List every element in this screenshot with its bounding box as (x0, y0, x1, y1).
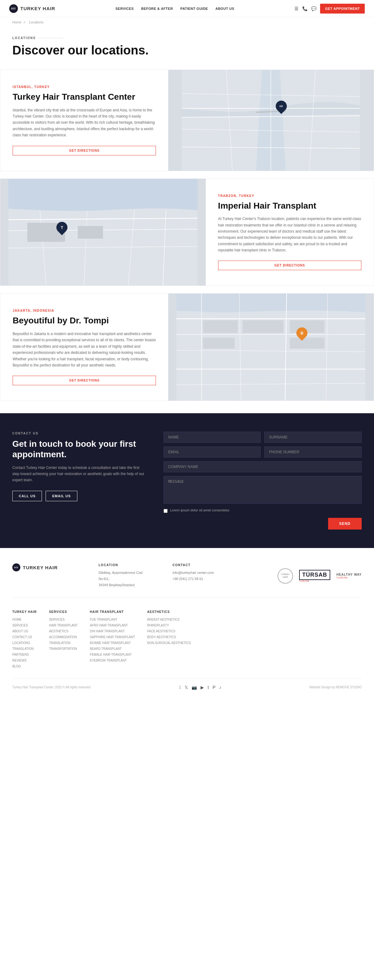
youtube-icon[interactable]: ▶ (201, 685, 204, 690)
phone-input[interactable] (264, 447, 362, 458)
nav-icons: ☰ 📞 💬 GET APPOINTMENT (294, 4, 365, 14)
footer-ht-female[interactable]: FEMALE HAIR TRANSPLANT (90, 652, 135, 657)
location-map-istanbul: nir (168, 70, 374, 171)
directions-button-trabzon[interactable]: GET DIRECTIONS (218, 261, 361, 270)
footer-location-col: LOCATION Dikilitaş, Ayazmadenresi Cad No… (99, 563, 154, 588)
location-desc-jakarta: Beyoutiful in Jakarta is a modern and in… (13, 331, 156, 368)
footer-link-reviews[interactable]: REVIEWS (12, 657, 37, 663)
footer-hair-transplant-col: HAIR TRANSPLANT FUE TRANSPLANT AFRO HAIR… (90, 610, 135, 669)
tumblr-icon[interactable]: t (208, 685, 209, 690)
healthy-way-text: HEALTHY WAY (336, 573, 362, 576)
nav-about[interactable]: ABOUT US (215, 7, 234, 10)
instagram-icon[interactable]: 📷 (192, 685, 197, 690)
footer-ht-fue[interactable]: FUE TRANSPLANT (90, 617, 135, 622)
location-subtitle-istanbul: ISTANBUL, TURKEY (13, 85, 156, 89)
logo[interactable]: nir TURKEY HAIR (9, 4, 55, 13)
footer-svc-hair[interactable]: HAIR TRANSPLANT (49, 622, 78, 628)
form-email-row (164, 447, 362, 458)
form-company-row (164, 461, 362, 472)
tursab-circle-logo: TURKEYHAIR (278, 568, 293, 584)
footer-ae-rhinoplasty[interactable]: RHINOPLASTY (147, 622, 191, 628)
form-message-row (164, 476, 362, 504)
footer-logo-text: TURKEY HAIR (23, 565, 58, 570)
name-input[interactable] (164, 432, 261, 443)
nav-services[interactable]: SERVICES (115, 7, 134, 10)
nav-patient-guide[interactable]: PATIENT GUIDE (180, 7, 208, 10)
footer-copyright: Turkey Hair Transplant Center. 2022 © Al… (12, 686, 91, 689)
page-title: Discover our locations. (12, 43, 362, 57)
name-field (164, 432, 261, 443)
footer-email[interactable]: info@turkeyhair center.com (173, 570, 234, 576)
footer-ae-face[interactable]: FACE AESTHETICS (147, 628, 191, 634)
directions-button-jakarta[interactable]: GET DIRECTIONS (13, 376, 156, 385)
twitter-icon[interactable]: 𝕏 (185, 685, 188, 690)
breadcrumb-home[interactable]: Home (12, 20, 21, 24)
footer-ae-body[interactable]: BODY AESTHETICS (147, 634, 191, 640)
footer-social:  𝕏 📷 ▶ t P ♪ (179, 685, 221, 690)
footer-svc-transportation[interactable]: TRANSPORTATION (49, 646, 78, 652)
send-button[interactable]: SEND (328, 518, 362, 530)
footer-link-about[interactable]: ABOUT US (12, 628, 37, 634)
location-subtitle-trabzon: TRABZON, TURKEY (218, 194, 361, 197)
phone-icon[interactable]: 📞 (302, 6, 307, 11)
footer-address-1: Dikilitaş, Ayazmadenresi Cad No:6/1, (99, 570, 154, 582)
footer-link-services[interactable]: SERVICES (12, 622, 37, 628)
facebook-icon[interactable]:  (179, 685, 181, 690)
location-map-trabzon: T (0, 179, 206, 286)
footer-ht-beard[interactable]: BEARD TRANSPLANT (90, 646, 135, 652)
directions-button-istanbul[interactable]: GET DIRECTIONS (13, 146, 156, 155)
pin-istanbul: nir (276, 100, 287, 112)
svg-rect-32 (243, 320, 284, 333)
navbar: nir TURKEY HAIR SERVICES BEFORE & AFTER … (0, 0, 374, 17)
healthy-way-group: HEALTHY WAY TURİZM (336, 573, 362, 579)
footer-svc-accommodation[interactable]: ACCOMMODATION (49, 634, 78, 640)
breadcrumb-current: Locations (29, 20, 43, 24)
call-button[interactable]: CALL US (12, 491, 42, 501)
location-desc-istanbul: Istanbul, the vibrant city that sits at … (13, 107, 156, 138)
menu-icon[interactable]: ☰ (294, 6, 299, 11)
surname-input[interactable] (264, 432, 362, 443)
footer-link-locations[interactable]: LOCATIONS (12, 640, 37, 646)
location-title-istanbul: Turkey Hair Transplant Center (13, 92, 156, 102)
contact-form: Lorem ipsum dolor sit amet consectetur. … (164, 432, 362, 530)
footer-ht-boabie[interactable]: BOABIE HAIR TRANSPLANT (90, 640, 135, 646)
message-input[interactable] (164, 476, 362, 504)
appointment-button[interactable]: GET APPOINTMENT (320, 4, 365, 14)
phone-field (264, 447, 362, 458)
footer-link-home[interactable]: HOME (12, 617, 37, 622)
footer-ae-nonsurgical[interactable]: NON-SURGICAL AESTHETICS (147, 640, 191, 646)
location-title-trabzon: Imperial Hair Transplant (218, 200, 361, 211)
footer-ht-sapphire[interactable]: SAPPHIRE HAIR TRANSPLANT (90, 634, 135, 640)
tiktok-icon[interactable]: ♪ (219, 685, 221, 690)
footer-svc-translation[interactable]: TRANSLATION (49, 640, 78, 646)
turkey-hair-heading: TURKEY HAIR (12, 610, 37, 614)
footer-ae-breast[interactable]: BREAST AESTHETICS (147, 617, 191, 622)
footer-svc-services[interactable]: SERVICES (49, 617, 78, 622)
form-checkbox: Lorem ipsum dolor sit amet consectetur. (164, 508, 362, 513)
company-input[interactable] (164, 461, 362, 472)
footer-link-blog[interactable]: BLOG (12, 663, 37, 669)
footer-link-partners[interactable]: PARTNERS (12, 652, 37, 657)
checkbox-label: Lorem ipsum dolor sit amet consectetur. (170, 508, 230, 512)
footer-link-translation[interactable]: TRANSLATION (12, 646, 37, 652)
footer-services-col: SERVICES SERVICES HAIR TRANSPLANT AESTHE… (49, 610, 78, 669)
footer-svc-aesthetics[interactable]: AESTHETICS (49, 628, 78, 634)
footer-link-contact[interactable]: CONTACT US (12, 634, 37, 640)
email-input[interactable] (164, 447, 261, 458)
breadcrumb: Home > Locations (0, 17, 374, 27)
footer-ht-eyebrow[interactable]: EYEBROW TRANSPLANT (90, 657, 135, 663)
footer-logo-icon: nir (12, 563, 20, 571)
services-heading: SERVICES (49, 610, 78, 614)
footer-logo[interactable]: nir TURKEY HAIR (12, 563, 80, 571)
nav-before-after[interactable]: BEFORE & AFTER (141, 7, 173, 10)
footer-ht-dhi[interactable]: DHI HAIR TRANSPLANT (90, 628, 135, 634)
footer-phone[interactable]: +90 (541) 171 58 61 (173, 576, 234, 582)
email-button[interactable]: EMAIL US (46, 491, 77, 501)
company-field (164, 461, 362, 472)
page-header: LOCATIONS Discover our locations. (0, 27, 374, 70)
footer-trust: TURKEYHAIR TÜRSAB TURİZM HEALTHY WAY TUR… (253, 563, 362, 588)
pinterest-icon[interactable]: P (213, 685, 215, 690)
footer-ht-afro[interactable]: AFRO HAIR TRANSPLANT (90, 622, 135, 628)
whatsapp-icon[interactable]: 💬 (311, 6, 316, 11)
consent-checkbox[interactable] (164, 509, 168, 513)
